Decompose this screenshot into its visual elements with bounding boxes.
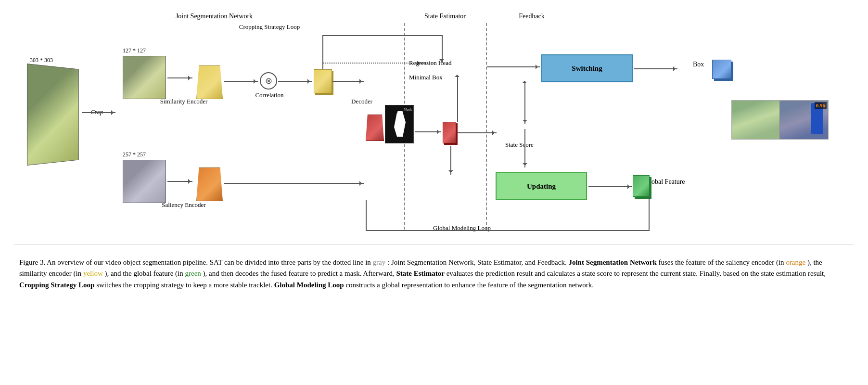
track-image-2: 0.96 — [780, 101, 828, 139]
arrow-state-to-switch — [457, 76, 458, 122]
caption-bold-4: Global Modeling Loop — [274, 281, 344, 289]
arrow-sim-to-corr — [224, 81, 258, 82]
crop-arrow — [82, 112, 115, 113]
arrow-corr-to-dec — [278, 81, 312, 82]
global-feature-label: Global Feature — [645, 178, 685, 186]
correlation-label: Correlation — [255, 91, 284, 99]
saliency-encoder-label: Saliency Encoder — [155, 201, 213, 209]
figure-label: Figure 3. — [19, 258, 45, 266]
input-image-large — [27, 64, 79, 166]
arrow-sal-to-dec — [224, 183, 364, 184]
main-container: Joint Segmentation Network State Estimat… — [0, 0, 868, 303]
decoder-label: Decoder — [351, 98, 372, 105]
global-loop-line-v-right — [649, 196, 650, 231]
caption-text-6: ), and then decodes the fused feature to… — [203, 270, 396, 277]
small-image-top — [123, 56, 166, 99]
joint-seg-label: Joint Segmentation Network — [125, 13, 303, 20]
caption-text-9: constructs a global representation to en… — [345, 281, 594, 289]
caption-text-5: ), and the global feature (in — [104, 270, 185, 277]
caption-bold-3: Cropping Strategy Loop — [19, 281, 94, 289]
mask-image: Mask — [385, 105, 414, 143]
size-303-label: 303 * 303 — [30, 57, 53, 64]
arrow-update-to-global — [588, 186, 632, 187]
crop-loop-top-h — [322, 35, 442, 36]
caption-text-3: fuses the feature of the saliency encode… — [658, 258, 786, 266]
arrow-out-to-fb — [457, 132, 497, 133]
caption-bold-1: Joint Segmentation Network — [568, 258, 656, 266]
arrow-dec-to-state — [415, 131, 441, 132]
arrowhead-up — [455, 72, 460, 77]
arrow-to-sal-enc — [167, 181, 192, 182]
global-loop-line-h — [366, 230, 650, 231]
caption-yellow-word: yellow — [83, 270, 103, 277]
state-est-label: State Estimator — [409, 13, 481, 20]
arrow-score-up-line — [524, 81, 525, 124]
arrow-score-down — [524, 129, 525, 167]
arrow-feat-to-dec — [332, 81, 364, 82]
arrow-reg-to-switch — [487, 66, 540, 67]
arrow-state-to-update — [450, 146, 451, 175]
score-badge: 0.96 — [815, 102, 827, 109]
caption-gray-word: gray — [373, 258, 386, 266]
crop-loop-v-left — [322, 35, 323, 69]
arrowhead-up2 — [522, 78, 527, 83]
decoder-block-red — [366, 115, 384, 141]
divider-2 — [486, 23, 487, 230]
arrow-to-sim-enc — [167, 77, 192, 78]
track-image-1 — [732, 101, 780, 139]
cropping-loop-label: Cropping Strategy Loop — [221, 23, 318, 31]
saliency-encoder-block — [196, 167, 223, 201]
state-score-label: State Score — [505, 141, 534, 149]
caption-area: Figure 3. An overview of our video objec… — [14, 253, 854, 295]
state-output-box — [443, 122, 456, 143]
corr-feature-box — [314, 69, 332, 93]
regression-head-label: Regression Head — [409, 59, 451, 67]
box-output — [712, 60, 731, 79]
tracking-panel: 0.96 — [731, 100, 829, 140]
minimal-box-label: Minimal Box — [409, 74, 443, 81]
arrow-switch-to-box — [634, 68, 677, 69]
correlation-circle: ⊗ — [260, 72, 277, 90]
size-257-label: 257 * 257 — [123, 151, 146, 158]
global-feature-box — [633, 175, 650, 197]
caption-green-word: green — [185, 270, 201, 277]
similarity-encoder-block — [196, 65, 223, 99]
arrowhead-down-crop — [439, 59, 444, 64]
caption-orange-word: orange — [786, 258, 805, 266]
caption-bold-2: State Estimator — [396, 270, 444, 277]
caption-text-7: evaluates the prediction result and calc… — [447, 270, 826, 277]
caption-text-8: switches the cropping strategy to keep a… — [96, 281, 274, 289]
updating-box: Updating — [496, 172, 587, 200]
switching-box: Switching — [541, 54, 633, 82]
size-127-label: 127 * 127 — [123, 47, 146, 54]
global-loop-line-v-left — [366, 200, 367, 231]
box-label: Box — [693, 61, 704, 68]
caption-text-1: An overview of our video object segmenta… — [47, 258, 372, 266]
feedback-label: Feedback — [496, 13, 568, 20]
caption-text-2: : Joint Segmentation Network, State Esti… — [387, 258, 568, 266]
diagram-area: Joint Segmentation Network State Estimat… — [14, 9, 854, 244]
small-image-bottom — [123, 160, 166, 203]
